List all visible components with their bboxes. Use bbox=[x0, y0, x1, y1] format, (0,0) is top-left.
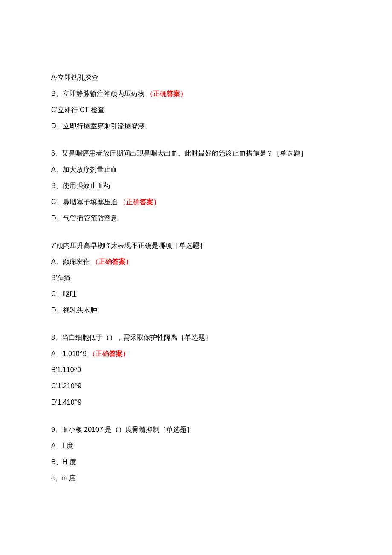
q8-option-a: A、1.010^9 （正确答案） bbox=[51, 349, 341, 359]
option-text: D、立即行脑室穿刺引流脑脊液 bbox=[51, 122, 145, 130]
q7-option-b: B'头痛 bbox=[51, 273, 341, 283]
q7-block: 7'颅内压升高早期临床表现不正确是哪项［单选题］ A、癫痫发作 （正确答案） B… bbox=[51, 240, 341, 315]
q9-block: 9、血小板 20107 是（）度骨髓抑制［单选题］ A、I 度 B、H 度 c、… bbox=[51, 425, 341, 483]
q5-option-a: A·立即钻孔探查 bbox=[51, 72, 341, 83]
q9-option-c: c、m 度 bbox=[51, 473, 341, 483]
option-text: B、H 度 bbox=[51, 458, 76, 465]
question-text: 7'颅内压升高早期临床表现不正确是哪项［单选题］ bbox=[51, 242, 206, 249]
option-text: C、呕吐 bbox=[51, 290, 77, 298]
q8-stem: 8、当白细胞低于（），需采取保护性隔离［单选题］ bbox=[51, 332, 341, 343]
option-text: B、使用强效止血药 bbox=[51, 182, 110, 189]
option-text: C、鼻咽塞子填塞压迫 bbox=[51, 198, 118, 205]
q5-option-b: B、立即静脉输注降颅内压药物 （正确答案） bbox=[51, 89, 341, 99]
option-text: C'立即行 CT 检查 bbox=[51, 106, 104, 113]
q7-option-c: C、呕吐 bbox=[51, 289, 341, 299]
correct-answer-label: （正确答案） bbox=[119, 198, 160, 205]
option-text: A、1.010^9 bbox=[51, 350, 86, 357]
q9-option-b: B、H 度 bbox=[51, 457, 341, 467]
q5-option-c: C'立即行 CT 检查 bbox=[51, 105, 341, 115]
option-text: A·立即钻孔探查 bbox=[51, 74, 98, 81]
option-text: C'1.210^9 bbox=[51, 382, 81, 390]
correct-answer-label: （正确答案） bbox=[146, 90, 187, 97]
option-text: A、I 度 bbox=[51, 442, 73, 449]
question-text: 9、血小板 20107 是（）度骨髓抑制［单选题］ bbox=[51, 426, 193, 433]
option-text: D'1.410^9 bbox=[51, 399, 81, 406]
q7-stem: 7'颅内压升高早期临床表现不正确是哪项［单选题］ bbox=[51, 240, 341, 251]
q6-stem: 6、某鼻咽癌患者放疗期间出现鼻咽大出血。此时最好的急诊止血措施是？［单选题］ bbox=[51, 148, 341, 159]
option-text: D、视乳头水肿 bbox=[51, 306, 97, 314]
page-container: A·立即钻孔探查 B、立即静脉输注降颅内压药物 （正确答案） C'立即行 CT … bbox=[0, 0, 392, 515]
q7-option-a: A、癫痫发作 （正确答案） bbox=[51, 257, 341, 267]
correct-answer-label: （正确答案） bbox=[89, 350, 130, 357]
q8-option-c: C'1.210^9 bbox=[51, 381, 341, 391]
q6-option-a: A、加大放疗剂量止血 bbox=[51, 165, 341, 175]
q8-option-b: B'1.110^9 bbox=[51, 365, 341, 375]
option-text: c、m 度 bbox=[51, 474, 76, 482]
correct-answer-label: （正确答案） bbox=[92, 258, 133, 265]
option-text: D、气管插管预防窒息 bbox=[51, 214, 118, 222]
q8-option-d: D'1.410^9 bbox=[51, 397, 341, 408]
option-text: A、癫痫发作 bbox=[51, 258, 90, 265]
q6-option-b: B、使用强效止血药 bbox=[51, 181, 341, 191]
q6-option-d: D、气管插管预防窒息 bbox=[51, 213, 341, 223]
option-text: B'头痛 bbox=[51, 274, 71, 281]
q6-block: 6、某鼻咽癌患者放疗期间出现鼻咽大出血。此时最好的急诊止血措施是？［单选题］ A… bbox=[51, 148, 341, 223]
question-text: 6、某鼻咽癌患者放疗期间出现鼻咽大出血。此时最好的急诊止血措施是？［单选题］ bbox=[51, 150, 307, 157]
q9-option-a: A、I 度 bbox=[51, 441, 341, 451]
option-text: B、立即静脉输注降颅内压药物 bbox=[51, 90, 144, 97]
option-text: A、加大放疗剂量止血 bbox=[51, 166, 117, 173]
q9-stem: 9、血小板 20107 是（）度骨髓抑制［单选题］ bbox=[51, 425, 341, 435]
q5-option-d: D、立即行脑室穿刺引流脑脊液 bbox=[51, 121, 341, 131]
question-text: 8、当白细胞低于（），需采取保护性隔离［单选题］ bbox=[51, 334, 212, 341]
q6-option-c: C、鼻咽塞子填塞压迫 （正确答案） bbox=[51, 197, 341, 207]
q7-option-d: D、视乳头水肿 bbox=[51, 305, 341, 315]
option-text: B'1.110^9 bbox=[51, 366, 81, 373]
q8-block: 8、当白细胞低于（），需采取保护性隔离［单选题］ A、1.010^9 （正确答案… bbox=[51, 332, 341, 408]
